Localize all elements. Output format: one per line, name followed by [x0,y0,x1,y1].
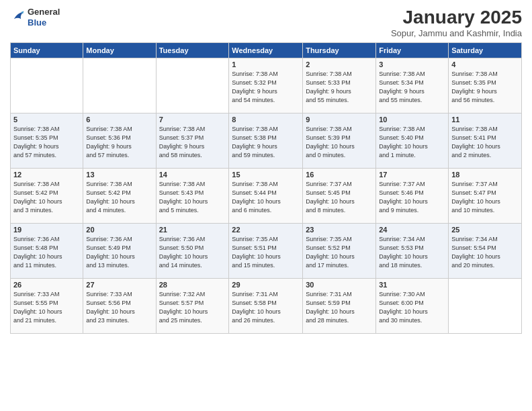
day-info: Sunrise: 7:38 AM Sunset: 5:43 PM Dayligh… [159,180,226,215]
day-number: 26 [13,281,80,289]
day-number: 20 [86,226,152,234]
day-number: 25 [451,226,519,234]
day-info: Sunrise: 7:37 AM Sunset: 5:47 PM Dayligh… [451,180,519,215]
day-number: 9 [306,116,373,124]
calendar-week-row: 26Sunrise: 7:33 AM Sunset: 5:55 PM Dayli… [11,279,522,334]
calendar-cell: 14Sunrise: 7:38 AM Sunset: 5:43 PM Dayli… [156,169,229,224]
calendar-cell: 11Sunrise: 7:38 AM Sunset: 5:41 PM Dayli… [449,113,522,169]
calendar-cell: 8Sunrise: 7:38 AM Sunset: 5:38 PM Daylig… [229,113,303,169]
day-number: 13 [86,171,152,179]
location: Sopur, Jammu and Kashmir, India [391,28,522,38]
calendar-week-row: 5Sunrise: 7:38 AM Sunset: 5:35 PM Daylig… [11,113,522,169]
day-number: 1 [232,60,300,68]
calendar-cell: 19Sunrise: 7:36 AM Sunset: 5:48 PM Dayli… [11,224,83,279]
calendar-cell: 15Sunrise: 7:38 AM Sunset: 5:44 PM Dayli… [229,169,303,224]
day-info: Sunrise: 7:38 AM Sunset: 5:39 PM Dayligh… [306,125,373,160]
day-info: Sunrise: 7:37 AM Sunset: 5:45 PM Dayligh… [306,180,373,215]
calendar-cell: 2Sunrise: 7:38 AM Sunset: 5:33 PM Daylig… [303,58,376,113]
day-number: 22 [232,226,300,234]
calendar-cell: 16Sunrise: 7:37 AM Sunset: 5:45 PM Dayli… [303,169,376,224]
calendar-cell [83,58,156,113]
calendar-cell: 23Sunrise: 7:35 AM Sunset: 5:52 PM Dayli… [303,224,376,279]
day-info: Sunrise: 7:32 AM Sunset: 5:57 PM Dayligh… [159,290,226,325]
day-number: 4 [451,60,519,68]
day-info: Sunrise: 7:36 AM Sunset: 5:48 PM Dayligh… [13,235,80,270]
calendar-cell: 12Sunrise: 7:38 AM Sunset: 5:42 PM Dayli… [11,169,83,224]
day-number: 3 [379,60,445,68]
calendar-cell: 13Sunrise: 7:38 AM Sunset: 5:42 PM Dayli… [83,169,156,224]
day-info: Sunrise: 7:38 AM Sunset: 5:37 PM Dayligh… [159,125,226,160]
day-info: Sunrise: 7:36 AM Sunset: 5:50 PM Dayligh… [159,235,226,270]
day-info: Sunrise: 7:34 AM Sunset: 5:53 PM Dayligh… [379,235,445,270]
day-info: Sunrise: 7:38 AM Sunset: 5:35 PM Dayligh… [13,125,80,160]
logo-text: General Blue [28,7,60,28]
day-number: 29 [232,281,300,289]
day-number: 7 [159,116,226,124]
day-number: 8 [232,116,300,124]
calendar-cell: 7Sunrise: 7:38 AM Sunset: 5:37 PM Daylig… [156,113,229,169]
day-info: Sunrise: 7:38 AM Sunset: 5:33 PM Dayligh… [306,70,373,105]
day-info: Sunrise: 7:35 AM Sunset: 5:52 PM Dayligh… [306,235,373,270]
calendar-cell: 9Sunrise: 7:38 AM Sunset: 5:39 PM Daylig… [303,113,376,169]
weekday-header: Sunday [11,43,83,58]
day-info: Sunrise: 7:38 AM Sunset: 5:40 PM Dayligh… [379,125,445,160]
day-number: 17 [379,171,445,179]
calendar-cell: 22Sunrise: 7:35 AM Sunset: 5:51 PM Dayli… [229,224,303,279]
header: General Blue January 2025 Sopur, Jammu a… [10,7,522,38]
calendar-cell: 25Sunrise: 7:34 AM Sunset: 5:54 PM Dayli… [449,224,522,279]
calendar-cell: 31Sunrise: 7:30 AM Sunset: 6:00 PM Dayli… [376,279,449,334]
weekday-header: Saturday [449,43,522,58]
day-info: Sunrise: 7:38 AM Sunset: 5:38 PM Dayligh… [232,125,300,160]
day-info: Sunrise: 7:35 AM Sunset: 5:51 PM Dayligh… [232,235,300,270]
day-number: 12 [13,171,80,179]
calendar-cell: 1Sunrise: 7:38 AM Sunset: 5:32 PM Daylig… [229,58,303,113]
day-info: Sunrise: 7:33 AM Sunset: 5:55 PM Dayligh… [13,290,80,325]
day-info: Sunrise: 7:38 AM Sunset: 5:34 PM Dayligh… [379,70,445,105]
day-number: 6 [86,116,152,124]
day-info: Sunrise: 7:31 AM Sunset: 5:59 PM Dayligh… [306,290,373,325]
calendar-cell: 20Sunrise: 7:36 AM Sunset: 5:49 PM Dayli… [83,224,156,279]
day-number: 19 [13,226,80,234]
calendar-cell: 3Sunrise: 7:38 AM Sunset: 5:34 PM Daylig… [376,58,449,113]
day-info: Sunrise: 7:37 AM Sunset: 5:46 PM Dayligh… [379,180,445,215]
calendar-cell: 10Sunrise: 7:38 AM Sunset: 5:40 PM Dayli… [376,113,449,169]
day-info: Sunrise: 7:33 AM Sunset: 5:56 PM Dayligh… [86,290,152,325]
day-number: 23 [306,226,373,234]
calendar-cell: 30Sunrise: 7:31 AM Sunset: 5:59 PM Dayli… [303,279,376,334]
day-number: 30 [306,281,373,289]
calendar-cell: 4Sunrise: 7:38 AM Sunset: 5:35 PM Daylig… [449,58,522,113]
day-number: 24 [379,226,445,234]
weekday-header: Friday [376,43,449,58]
day-number: 10 [379,116,445,124]
calendar-cell [11,58,83,113]
day-info: Sunrise: 7:38 AM Sunset: 5:42 PM Dayligh… [13,180,80,215]
calendar-container: General Blue January 2025 Sopur, Jammu a… [0,0,532,340]
day-number: 16 [306,171,373,179]
weekday-header: Tuesday [156,43,229,58]
day-number: 27 [86,281,152,289]
day-info: Sunrise: 7:30 AM Sunset: 6:00 PM Dayligh… [379,290,445,325]
day-info: Sunrise: 7:38 AM Sunset: 5:32 PM Dayligh… [232,70,300,105]
weekday-header-row: SundayMondayTuesdayWednesdayThursdayFrid… [11,43,522,58]
day-info: Sunrise: 7:38 AM Sunset: 5:36 PM Dayligh… [86,125,152,160]
day-info: Sunrise: 7:38 AM Sunset: 5:41 PM Dayligh… [451,125,519,160]
month-title: January 2025 [391,7,522,28]
day-info: Sunrise: 7:38 AM Sunset: 5:42 PM Dayligh… [86,180,152,215]
calendar-cell: 28Sunrise: 7:32 AM Sunset: 5:57 PM Dayli… [156,279,229,334]
day-number: 18 [451,171,519,179]
day-info: Sunrise: 7:36 AM Sunset: 5:49 PM Dayligh… [86,235,152,270]
calendar-cell [449,279,522,334]
day-number: 5 [13,116,80,124]
calendar-week-row: 1Sunrise: 7:38 AM Sunset: 5:32 PM Daylig… [11,58,522,113]
day-info: Sunrise: 7:38 AM Sunset: 5:35 PM Dayligh… [451,70,519,105]
day-info: Sunrise: 7:34 AM Sunset: 5:54 PM Dayligh… [451,235,519,270]
logo-icon [10,10,25,25]
day-number: 21 [159,226,226,234]
day-number: 31 [379,281,445,289]
calendar-cell: 6Sunrise: 7:38 AM Sunset: 5:36 PM Daylig… [83,113,156,169]
calendar-cell: 26Sunrise: 7:33 AM Sunset: 5:55 PM Dayli… [11,279,83,334]
calendar-cell: 18Sunrise: 7:37 AM Sunset: 5:47 PM Dayli… [449,169,522,224]
calendar-week-row: 12Sunrise: 7:38 AM Sunset: 5:42 PM Dayli… [11,169,522,224]
weekday-header: Thursday [303,43,376,58]
calendar-cell: 24Sunrise: 7:34 AM Sunset: 5:53 PM Dayli… [376,224,449,279]
